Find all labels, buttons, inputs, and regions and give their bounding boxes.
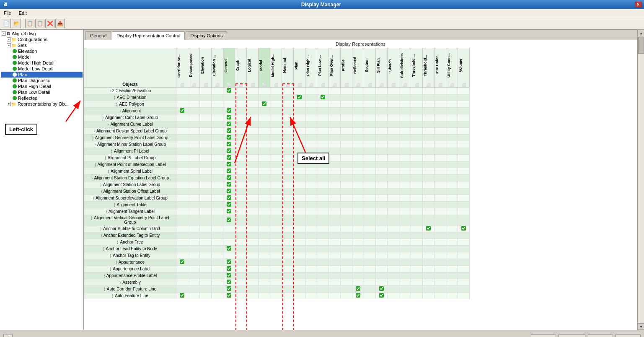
checkbox-cell[interactable] bbox=[435, 293, 446, 299]
checkbox-cell[interactable] bbox=[435, 114, 446, 121]
checkbox-cell[interactable] bbox=[423, 128, 435, 135]
checkbox-cell[interactable] bbox=[188, 148, 200, 155]
checkbox-cell[interactable] bbox=[411, 246, 423, 252]
checkbox-cell[interactable] bbox=[235, 215, 247, 226]
checkbox-cell[interactable] bbox=[458, 94, 470, 101]
checkbox-cell[interactable] bbox=[176, 215, 188, 226]
checkbox-cell[interactable] bbox=[458, 232, 470, 239]
checkbox-cell[interactable] bbox=[399, 195, 411, 202]
checkbox-cell[interactable] bbox=[411, 94, 423, 101]
checkbox-cell[interactable] bbox=[259, 94, 270, 101]
display-checkbox[interactable] bbox=[379, 286, 384, 291]
checkbox-cell[interactable] bbox=[282, 108, 294, 114]
checkbox-cell[interactable] bbox=[341, 246, 352, 252]
checkbox-cell[interactable] bbox=[223, 121, 235, 128]
checkbox-cell[interactable] bbox=[411, 239, 423, 246]
checkbox-cell[interactable] bbox=[247, 259, 259, 266]
checkbox-cell[interactable] bbox=[294, 121, 305, 128]
checkbox-cell[interactable] bbox=[423, 286, 435, 293]
checkbox-cell[interactable] bbox=[458, 226, 470, 232]
checkbox-cell[interactable] bbox=[352, 88, 364, 94]
checkbox-cell[interactable] bbox=[376, 155, 388, 161]
checkbox-cell[interactable] bbox=[352, 108, 364, 114]
checkbox-cell[interactable] bbox=[294, 141, 305, 148]
checkbox-cell[interactable] bbox=[352, 202, 364, 208]
checkbox-cell[interactable] bbox=[294, 128, 305, 135]
checkbox-cell[interactable] bbox=[341, 252, 352, 259]
scroll-track[interactable] bbox=[638, 36, 644, 323]
checkbox-cell[interactable] bbox=[423, 141, 435, 148]
checkbox-cell[interactable] bbox=[259, 155, 270, 161]
checkbox-cell[interactable] bbox=[435, 246, 446, 252]
checkbox-cell[interactable] bbox=[200, 155, 212, 161]
checkbox-cell[interactable] bbox=[212, 246, 223, 252]
checkbox-cell[interactable] bbox=[458, 101, 470, 108]
checkbox-cell[interactable] bbox=[352, 246, 364, 252]
tree-configurations[interactable]: - 📁 Configurations bbox=[1, 36, 83, 42]
checkbox-cell[interactable] bbox=[364, 101, 376, 108]
checkbox-cell[interactable] bbox=[411, 226, 423, 232]
checkbox-cell[interactable] bbox=[235, 266, 247, 272]
checkbox-cell[interactable] bbox=[294, 181, 305, 188]
checkbox-cell[interactable] bbox=[399, 226, 411, 232]
checkbox-cell[interactable] bbox=[388, 155, 399, 161]
checkbox-cell[interactable] bbox=[294, 101, 305, 108]
checkbox-cell[interactable] bbox=[176, 226, 188, 232]
checkbox-cell[interactable] bbox=[352, 121, 364, 128]
checkbox-cell[interactable] bbox=[341, 101, 352, 108]
tab-display-rep-control[interactable]: Display Representation Control bbox=[112, 31, 185, 40]
checkbox-cell[interactable] bbox=[446, 215, 458, 226]
checkbox-cell[interactable] bbox=[317, 272, 329, 279]
checkbox-cell[interactable] bbox=[212, 101, 223, 108]
checkbox-cell[interactable] bbox=[223, 141, 235, 148]
checkbox-cell[interactable] bbox=[223, 195, 235, 202]
checkbox-cell[interactable] bbox=[235, 114, 247, 121]
checkbox-cell[interactable] bbox=[317, 226, 329, 232]
checkbox-cell[interactable] bbox=[341, 135, 352, 141]
checkbox-cell[interactable] bbox=[270, 195, 282, 202]
checkbox-cell[interactable] bbox=[270, 286, 282, 293]
checkbox-cell[interactable] bbox=[376, 232, 388, 239]
checkbox-cell[interactable] bbox=[223, 155, 235, 161]
checkbox-cell[interactable] bbox=[446, 114, 458, 121]
checkbox-cell[interactable] bbox=[329, 239, 341, 246]
checkbox-cell[interactable] bbox=[247, 246, 259, 252]
checkbox-cell[interactable] bbox=[176, 239, 188, 246]
checkbox-cell[interactable] bbox=[305, 252, 317, 259]
checkbox-cell[interactable] bbox=[305, 108, 317, 114]
checkbox-cell[interactable] bbox=[212, 239, 223, 246]
toolbar-new[interactable]: 📄 bbox=[2, 19, 11, 28]
checkbox-cell[interactable] bbox=[423, 101, 435, 108]
checkbox-cell[interactable] bbox=[270, 114, 282, 121]
checkbox-cell[interactable] bbox=[247, 272, 259, 279]
checkbox-cell[interactable] bbox=[435, 215, 446, 226]
checkbox-cell[interactable] bbox=[176, 286, 188, 293]
checkbox-cell[interactable] bbox=[305, 266, 317, 272]
checkbox-cell[interactable] bbox=[411, 101, 423, 108]
checkbox-cell[interactable] bbox=[364, 232, 376, 239]
checkbox-cell[interactable] bbox=[282, 148, 294, 155]
checkbox-cell[interactable] bbox=[247, 141, 259, 148]
checkbox-cell[interactable] bbox=[188, 94, 200, 101]
checkbox-cell[interactable] bbox=[200, 168, 212, 175]
checkbox-cell[interactable] bbox=[352, 195, 364, 202]
checkbox-cell[interactable] bbox=[259, 232, 270, 239]
checkbox-cell[interactable] bbox=[458, 188, 470, 195]
checkbox-cell[interactable] bbox=[247, 108, 259, 114]
checkbox-cell[interactable] bbox=[364, 175, 376, 181]
checkbox-cell[interactable] bbox=[435, 148, 446, 155]
checkbox-cell[interactable] bbox=[435, 161, 446, 168]
checkbox-cell[interactable] bbox=[446, 195, 458, 202]
checkbox-cell[interactable] bbox=[235, 252, 247, 259]
checkbox-cell[interactable] bbox=[352, 168, 364, 175]
checkbox-cell[interactable] bbox=[411, 121, 423, 128]
checkbox-cell[interactable] bbox=[176, 246, 188, 252]
apply-button[interactable]: Apply bbox=[588, 334, 613, 337]
checkbox-cell[interactable] bbox=[212, 168, 223, 175]
checkbox-cell[interactable] bbox=[388, 148, 399, 155]
checkbox-cell[interactable] bbox=[259, 168, 270, 175]
display-checkbox[interactable] bbox=[426, 226, 431, 231]
checkbox-cell[interactable] bbox=[235, 108, 247, 114]
checkbox-cell[interactable] bbox=[176, 141, 188, 148]
checkbox-cell[interactable] bbox=[317, 239, 329, 246]
